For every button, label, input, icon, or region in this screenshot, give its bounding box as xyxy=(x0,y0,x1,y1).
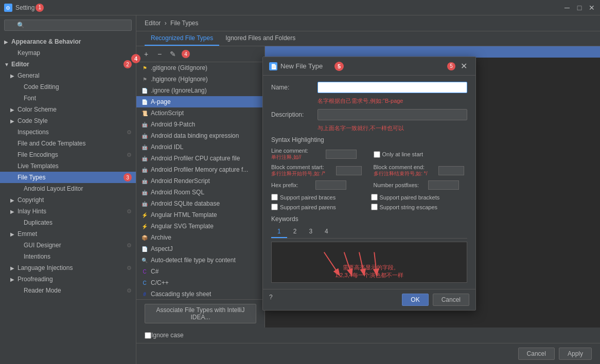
sidebar-item-proofreading[interactable]: ▶ Proofreading xyxy=(0,274,136,285)
expand-icon: ▶ xyxy=(4,39,9,45)
support-string-escapes-checkbox[interactable] xyxy=(371,204,378,210)
sidebar-item-inlay-hints[interactable]: ▶ Inlay Hints ⚙ xyxy=(0,206,136,217)
hex-prefix-input[interactable] xyxy=(315,180,346,190)
svg-text:📄: 📄 xyxy=(271,63,277,70)
gear-icon: ⚙ xyxy=(127,265,132,271)
number-postfixes-input[interactable] xyxy=(428,180,459,190)
apply-button[interactable]: Apply xyxy=(559,348,592,360)
search-input[interactable] xyxy=(4,20,132,31)
file-item[interactable]: 🤖 Android SQLite database xyxy=(136,198,264,209)
svg-text:⚙: ⚙ xyxy=(6,5,10,11)
file-item[interactable]: 🔍 Auto-detect file type by content xyxy=(136,254,264,266)
dialog-close-button[interactable]: ✕ xyxy=(458,61,469,71)
sidebar-item-gui-designer[interactable]: GUI Designer ⚙ xyxy=(0,240,136,251)
file-item[interactable]: 📜 ActionScript xyxy=(136,107,264,119)
sidebar-item-label: Keymap xyxy=(17,49,132,57)
sidebar-item-emmet[interactable]: ▶ Emmet xyxy=(0,228,136,240)
block-end-group: Block comment end: 多行注释结束符号,如: */ xyxy=(374,164,468,177)
dialog-help-icon[interactable]: ? xyxy=(269,294,273,306)
file-item[interactable]: ⚑ .gitignore (GitIgnore) xyxy=(136,62,264,74)
file-item-label: Cascading style sheet xyxy=(151,290,211,298)
add-filetype-button[interactable]: + xyxy=(140,48,152,60)
description-input[interactable] xyxy=(317,109,467,120)
file-item[interactable]: C C/C++ xyxy=(136,277,264,288)
file-item[interactable]: 🤖 Android 9-Patch xyxy=(136,119,264,130)
kw-tab-1[interactable]: 1 xyxy=(271,226,287,238)
line-comment-label: Line comment: 单行注释,如// xyxy=(271,148,323,161)
sidebar-item-intentions[interactable]: Intentions xyxy=(0,251,136,262)
sidebar-item-code-editing[interactable]: Code Editing xyxy=(0,81,136,93)
file-item[interactable]: 🤖 Android Room SQL xyxy=(136,187,264,198)
block-comment-start-input[interactable] xyxy=(336,166,362,175)
sidebar-item-label: Language Injections xyxy=(17,264,125,271)
dialog-ok-button[interactable]: OK xyxy=(402,294,428,306)
file-icon: 🤖 xyxy=(140,143,149,151)
file-item[interactable]: C C# xyxy=(136,266,264,277)
file-item[interactable]: # Cascading style sheet xyxy=(136,288,264,299)
sidebar-item-file-code-templates[interactable]: File and Code Templates xyxy=(0,138,136,149)
sidebar-item-editor[interactable]: ▼ Editor 2 xyxy=(0,59,136,70)
line-comment-input[interactable] xyxy=(326,150,357,159)
sidebar-item-live-templates[interactable]: Live Templates xyxy=(0,160,136,172)
sidebar-item-color-scheme[interactable]: ▶ Color Scheme xyxy=(0,104,136,115)
support-paired-parens-label: Support paired parens xyxy=(280,204,336,210)
file-item[interactable]: 📄 .ignore (IgnoreLang) xyxy=(136,85,264,96)
sidebar-item-reader-mode[interactable]: Reader Mode ⚙ xyxy=(0,285,136,296)
minimize-button[interactable]: ─ xyxy=(563,4,571,12)
file-item[interactable]: ⚡ Angular HTML Template xyxy=(136,209,264,221)
gear-icon: ⚙ xyxy=(127,287,132,294)
file-item[interactable]: 📦 Archive xyxy=(136,232,264,243)
sidebar-item-language-injections[interactable]: ▶ Language Injections ⚙ xyxy=(0,262,136,274)
expand-icon: ▶ xyxy=(10,107,15,113)
name-input[interactable] xyxy=(317,82,467,93)
sidebar-item-code-style[interactable]: ▶ Code Style xyxy=(0,115,136,126)
syntax-row-2: Block comment start: 多行注释开始符号,如: /* Bloc… xyxy=(271,164,467,177)
sidebar-item-font[interactable]: Font xyxy=(0,93,136,104)
file-icon: 🤖 xyxy=(140,120,149,129)
kw-tab-4[interactable]: 4 xyxy=(319,226,334,238)
file-item[interactable]: 🤖 Android Profiler Memory capture f... xyxy=(136,164,264,175)
sidebar-item-duplicates[interactable]: Duplicates xyxy=(0,217,136,228)
support-paired-parens-checkbox[interactable] xyxy=(271,204,278,210)
kw-tab-2[interactable]: 2 xyxy=(287,226,303,238)
file-icon: 🔍 xyxy=(140,256,149,264)
sidebar-item-label: File Encodings xyxy=(17,151,125,158)
file-item-selected[interactable]: 📄 A-page xyxy=(136,96,264,107)
kw-tab-3[interactable]: 3 xyxy=(303,226,319,238)
file-item-label: C/C++ xyxy=(151,279,169,286)
sidebar-item-keymap[interactable]: Keymap xyxy=(0,47,136,59)
file-item[interactable]: 🤖 Android Profiler CPU capture file xyxy=(136,153,264,164)
edit-filetype-button[interactable]: ✎ xyxy=(167,48,179,60)
sidebar-item-label: Emmet xyxy=(17,230,132,238)
ignore-case-checkbox[interactable] xyxy=(145,332,151,339)
remove-filetype-button[interactable]: − xyxy=(154,48,165,60)
associate-button[interactable]: Associate File Types with IntelliJ IDEA.… xyxy=(145,304,256,323)
file-item-label: Android Profiler CPU capture file xyxy=(151,155,240,162)
file-item[interactable]: 🤖 Android IDL xyxy=(136,141,264,153)
dialog-cancel-button[interactable]: Cancel xyxy=(433,294,469,306)
tab-ignored[interactable]: Ignored Files and Folders xyxy=(219,31,302,46)
sidebar-item-android-layout[interactable]: Android Layout Editor xyxy=(0,183,136,194)
only-at-line-start-checkbox[interactable] xyxy=(374,151,380,158)
sidebar-item-inspections[interactable]: Inspections ⚙ xyxy=(0,126,136,138)
sidebar-item-file-encodings[interactable]: File Encodings ⚙ xyxy=(0,149,136,160)
sidebar-item-appearance[interactable]: ▶ Appearance & Behavior xyxy=(0,36,136,47)
sidebar-item-general[interactable]: ▶ General xyxy=(0,70,136,81)
file-item[interactable]: ⚡ Angular SVG Template xyxy=(136,221,264,232)
file-item[interactable]: 🤖 Android data binding expression xyxy=(136,130,264,141)
file-list-toolbar: + − ✎ 4 xyxy=(136,46,264,62)
description-row: Description: xyxy=(271,109,467,120)
keyword-area[interactable]: 需要高亮显示的字段,1,2,3,4每一个演色都不一样 xyxy=(271,242,467,283)
support-paired-braces-checkbox[interactable] xyxy=(271,194,278,201)
support-paired-brackets-checkbox[interactable] xyxy=(371,194,378,201)
maximize-button[interactable]: □ xyxy=(575,4,584,12)
file-item[interactable]: 🤖 Android RenderScript xyxy=(136,175,264,187)
tab-recognized[interactable]: Recognized File Types xyxy=(145,31,219,46)
sidebar-item-file-types[interactable]: File Types 3 xyxy=(0,172,136,183)
file-item[interactable]: ⚑ .hgignore (HgIgnore) xyxy=(136,74,264,85)
sidebar-item-copyright[interactable]: ▶ Copyright xyxy=(0,194,136,206)
file-item[interactable]: 📄 AspectJ xyxy=(136,243,264,254)
close-button[interactable]: ✕ xyxy=(588,4,596,12)
cancel-button[interactable]: Cancel xyxy=(518,348,555,360)
block-comment-end-input[interactable] xyxy=(438,166,464,175)
